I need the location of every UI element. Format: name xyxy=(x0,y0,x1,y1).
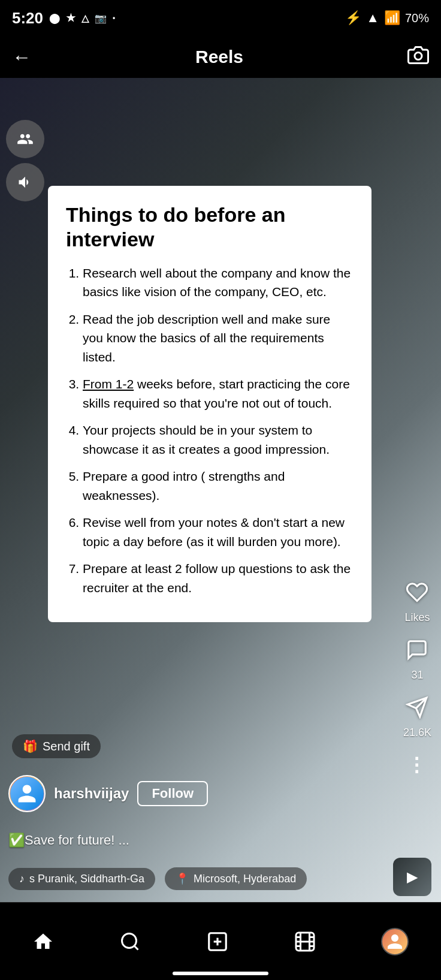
svg-line-4 xyxy=(134,945,138,949)
nav-reels[interactable] xyxy=(294,931,316,952)
list-item: Read the job description well and make s… xyxy=(83,310,354,367)
more-icon: ⋮ xyxy=(407,753,427,776)
list-item: Prepare a good intro ( strengths and wea… xyxy=(83,467,354,505)
list-item: Research well about the company and know… xyxy=(83,264,354,301)
content-card: Things to do before an interview Researc… xyxy=(48,186,371,622)
list-item: Your projects should be in your system t… xyxy=(83,421,354,459)
music-icon: ♪ xyxy=(19,873,25,885)
location-label: Microsoft, Hyderabad xyxy=(194,873,296,885)
share-icon xyxy=(406,696,428,724)
list-item: Prepare at least 2 follow up questions t… xyxy=(83,559,354,597)
share-button[interactable]: 21.6K xyxy=(403,696,431,739)
avatar[interactable] xyxy=(8,775,46,812)
top-navigation: ← Reels xyxy=(0,36,441,78)
comments-count: 31 xyxy=(411,669,423,682)
status-time: 5:20 ⬤ ★ △ 📷 • xyxy=(12,9,115,28)
wifi-icon: ▲ xyxy=(366,10,379,26)
status-bar: 5:20 ⬤ ★ △ 📷 • ⚡ ▲ 📶 70% xyxy=(0,0,441,36)
float-buttons xyxy=(6,120,44,201)
send-gift-button[interactable]: 🎁 Send gift xyxy=(12,734,101,758)
meta-row: ♪ s Puranik, Siddharth-Ga 📍 Microsoft, H… xyxy=(8,867,307,890)
music-thumb-icon: ▶ xyxy=(407,869,418,885)
status-indicators: ⚡ ▲ 📶 70% xyxy=(345,10,429,26)
send-gift-label: Send gift xyxy=(43,740,90,753)
camera-button[interactable] xyxy=(407,44,429,70)
avatar-image xyxy=(10,777,44,810)
nav-search[interactable] xyxy=(119,931,141,952)
shares-count: 21.6K xyxy=(403,726,431,739)
signal-icon: 📶 xyxy=(384,10,400,26)
likes-label: Likes xyxy=(404,611,430,624)
user-info-row: harshviijay Follow xyxy=(8,775,208,812)
username: harshviijay xyxy=(54,785,129,802)
location-icon: 📍 xyxy=(176,872,189,885)
battery-icon: 70% xyxy=(405,11,429,25)
nav-profile[interactable] xyxy=(381,928,409,955)
page-title: Reels xyxy=(195,47,243,67)
svg-point-3 xyxy=(122,933,137,948)
back-button[interactable]: ← xyxy=(12,46,31,68)
bluetooth-icon: ⚡ xyxy=(345,10,361,26)
music-thumbnail[interactable]: ▶ xyxy=(393,858,431,896)
music-label: s Puranik, Siddharth-Ga xyxy=(29,873,144,885)
location-pill[interactable]: 📍 Microsoft, Hyderabad xyxy=(165,867,307,890)
nav-home[interactable] xyxy=(32,931,54,952)
home-indicator xyxy=(173,972,268,975)
card-title: Things to do before an interview xyxy=(66,203,354,252)
music-pill[interactable]: ♪ s Puranik, Siddharth-Ga xyxy=(8,868,155,890)
list-item: From 1-2 weeks before, start practicing … xyxy=(83,375,354,412)
more-button[interactable]: ⋮ xyxy=(407,753,427,776)
contacts-button[interactable] xyxy=(6,120,44,158)
comment-icon xyxy=(406,638,428,667)
nav-create[interactable] xyxy=(206,930,229,953)
comments-button[interactable]: 31 xyxy=(406,638,428,682)
follow-button[interactable]: Follow xyxy=(137,781,208,806)
gift-icon: 🎁 xyxy=(23,739,38,753)
likes-button[interactable]: Likes xyxy=(404,581,430,624)
bottom-navigation xyxy=(0,902,441,980)
card-list: Research well about the company and know… xyxy=(66,264,354,598)
caption: ✅Save for future! ... xyxy=(8,833,129,848)
svg-point-0 xyxy=(415,52,422,59)
volume-button[interactable] xyxy=(6,163,44,201)
heart-icon xyxy=(406,581,428,609)
list-item: Revise well from your notes & don't star… xyxy=(83,513,354,551)
action-buttons: Likes 31 21.6K ⋮ xyxy=(403,581,431,776)
